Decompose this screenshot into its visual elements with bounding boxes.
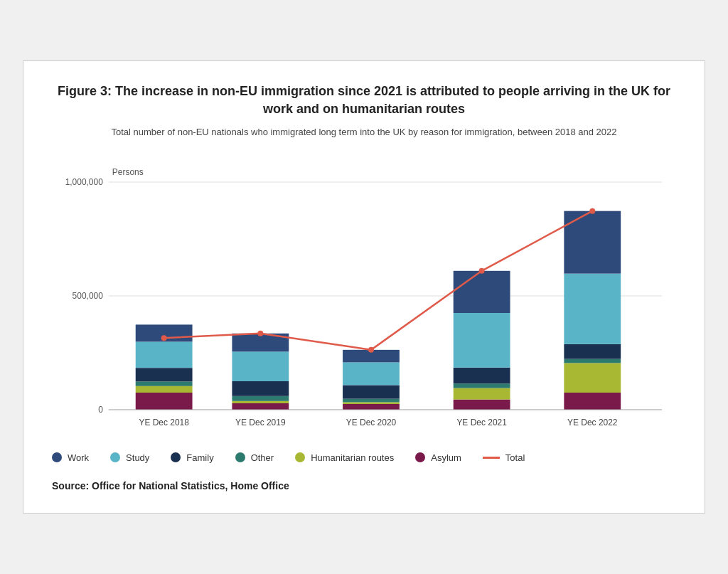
family-dot (171, 452, 181, 462)
source-text: Source: Office for National Statistics, … (52, 480, 676, 491)
other-dot (235, 452, 245, 462)
total-line (164, 211, 593, 350)
svg-text:1,000,000: 1,000,000 (65, 177, 104, 187)
chart-container: Figure 3: The increase in non-EU immigra… (23, 60, 705, 514)
legend-family-label: Family (186, 452, 213, 463)
legend-family: Family (171, 452, 213, 463)
bar-2021-other (454, 383, 510, 388)
study-dot (110, 452, 120, 462)
legend-asylum: Asylum (415, 452, 461, 463)
bar-2019-asylum (232, 403, 289, 410)
total-dot-2021 (479, 268, 485, 274)
svg-text:YE Dec 2019: YE Dec 2019 (235, 418, 286, 427)
bar-2020-study (343, 362, 400, 385)
bar-2022-study (564, 274, 621, 344)
legend-asylum-label: Asylum (431, 452, 461, 463)
legend-other: Other (235, 452, 274, 463)
work-dot (52, 452, 62, 462)
bar-2022-humanitarian (564, 363, 621, 393)
bar-2020-humanitarian (343, 402, 400, 404)
svg-text:YE Dec 2020: YE Dec 2020 (346, 418, 397, 427)
bar-2020-other (343, 399, 400, 403)
bar-2021-work (454, 271, 510, 313)
bar-2022-work (564, 211, 621, 274)
bar-2019-family (232, 381, 289, 396)
legend-study: Study (110, 452, 149, 463)
legend-work-label: Work (68, 452, 89, 463)
legend-humanitarian-label: Humanitarian routes (311, 452, 394, 463)
chart-title: Figure 3: The increase in non-EU immigra… (52, 83, 676, 118)
bar-2022-other (564, 359, 621, 363)
legend-total: Total (483, 452, 525, 463)
bar-2021-humanitarian (454, 388, 510, 400)
svg-text:0: 0 (98, 405, 103, 415)
chart-legend: Work Study Family Other Humanitarian rou… (52, 452, 676, 463)
chart-svg: 1,000,000 500,000 0 Persons (52, 154, 676, 438)
bar-2018-study (136, 341, 193, 368)
legend-work: Work (52, 452, 89, 463)
total-dot-2022 (589, 208, 595, 214)
total-dot-2019 (257, 331, 263, 336)
bar-2019-other (232, 396, 289, 401)
svg-text:YE Dec 2022: YE Dec 2022 (567, 418, 618, 427)
bar-2020-family (343, 385, 400, 398)
svg-text:YE Dec 2021: YE Dec 2021 (456, 418, 507, 427)
total-dot-2018 (161, 335, 167, 341)
bar-2019-study (232, 351, 289, 381)
bar-2018-humanitarian (136, 386, 193, 393)
chart-area: 1,000,000 500,000 0 Persons (52, 154, 676, 438)
chart-subtitle: Total number of non-EU nationals who imm… (52, 125, 676, 139)
legend-humanitarian: Humanitarian routes (295, 452, 394, 463)
legend-total-label: Total (505, 452, 525, 463)
bar-2019-humanitarian (232, 401, 289, 403)
bar-2018-other (136, 381, 193, 386)
bar-2022-asylum (564, 393, 621, 410)
legend-other-label: Other (251, 452, 274, 463)
svg-text:YE Dec 2018: YE Dec 2018 (139, 418, 189, 427)
total-dot-2020 (368, 347, 374, 353)
bar-2018-family (136, 368, 193, 381)
bar-2020-asylum (343, 404, 400, 410)
bar-2021-family (454, 368, 510, 383)
svg-text:Persons: Persons (112, 167, 144, 177)
bar-2018-asylum (136, 393, 193, 410)
humanitarian-dot (295, 452, 305, 462)
asylum-dot (415, 452, 425, 462)
bar-2022-family (564, 344, 621, 359)
bar-2021-study (454, 313, 510, 368)
legend-study-label: Study (126, 452, 149, 463)
total-line-swatch (483, 457, 500, 459)
bar-2021-asylum (454, 400, 510, 410)
svg-text:500,000: 500,000 (73, 291, 104, 301)
